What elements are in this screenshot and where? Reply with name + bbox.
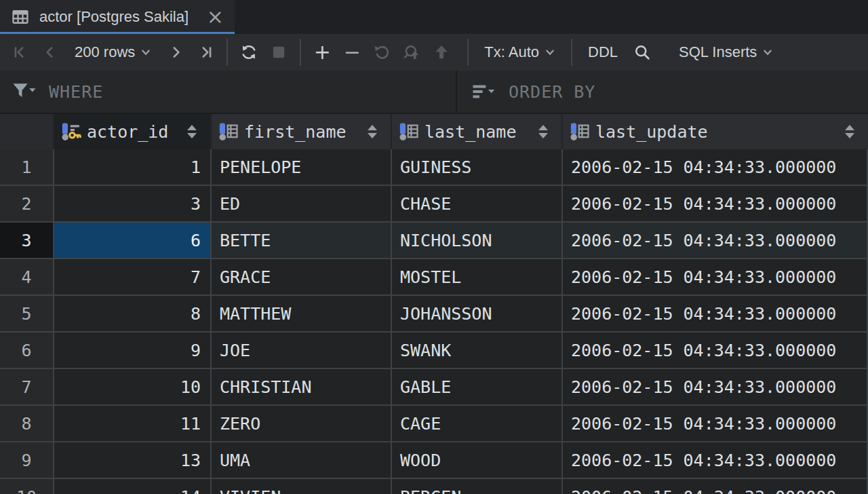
cell-last_update[interactable]: 2006-02-15 04:34:33.000000 bbox=[563, 479, 868, 494]
cell-last_update[interactable]: 2006-02-15 04:34:33.000000 bbox=[563, 186, 868, 223]
chevron-down-icon bbox=[762, 47, 773, 58]
column-name: actor_id bbox=[87, 122, 168, 142]
row-number[interactable]: 3 bbox=[0, 223, 54, 259]
sort-toggle-icon[interactable] bbox=[538, 125, 548, 138]
table-row: 58MATTHEWJOHANSSON2006-02-15 04:34:33.00… bbox=[0, 296, 868, 332]
cell-actor_id[interactable]: 6 bbox=[54, 223, 212, 259]
cell-last_name[interactable]: SWANK bbox=[392, 332, 563, 369]
row-number[interactable]: 9 bbox=[0, 442, 54, 479]
page-size-selector[interactable]: 200 rows bbox=[65, 37, 161, 67]
cell-actor_id[interactable]: 11 bbox=[54, 406, 212, 442]
cell-actor_id[interactable]: 13 bbox=[54, 442, 212, 479]
table-row: 710CHRISTIANGABLE2006-02-15 04:34:33.000… bbox=[0, 369, 868, 406]
cell-first_name[interactable]: PENELOPE bbox=[212, 149, 392, 186]
cell-last_name[interactable]: BERGEN bbox=[392, 479, 563, 494]
cell-first_name[interactable]: MATTHEW bbox=[212, 296, 392, 332]
last-page-button[interactable] bbox=[191, 37, 220, 67]
row-number[interactable]: 1 bbox=[0, 149, 54, 186]
cell-last_update[interactable]: 2006-02-15 04:34:33.000000 bbox=[563, 296, 868, 332]
row-number[interactable]: 2 bbox=[0, 186, 54, 223]
tab-actor-table[interactable]: actor [Postgres Sakila] × bbox=[0, 0, 235, 34]
order-by-label: ORDER BY bbox=[509, 82, 595, 102]
cell-last_update[interactable]: 2006-02-15 04:34:33.000000 bbox=[563, 149, 868, 186]
export-format-selector[interactable]: SQL Inserts bbox=[669, 37, 783, 67]
cell-last_name[interactable]: MOSTEL bbox=[392, 259, 563, 296]
stop-query-button[interactable] bbox=[264, 37, 294, 67]
cell-last_name[interactable]: WOOD bbox=[392, 442, 563, 479]
row-number[interactable]: 10 bbox=[0, 479, 54, 494]
next-page-icon bbox=[167, 43, 184, 61]
cell-last_update[interactable]: 2006-02-15 04:34:33.000000 bbox=[563, 223, 868, 259]
cell-first_name[interactable]: BETTE bbox=[212, 223, 392, 259]
column-icon bbox=[218, 121, 239, 142]
cell-last_name[interactable]: NICHOLSON bbox=[392, 223, 563, 259]
primary-key-column-icon bbox=[61, 121, 81, 142]
cell-first_name[interactable]: GRACE bbox=[212, 259, 392, 296]
first-page-button[interactable] bbox=[5, 37, 35, 67]
toolbar-separator bbox=[467, 39, 469, 66]
row-number[interactable]: 5 bbox=[0, 296, 54, 332]
cell-last_update[interactable]: 2006-02-15 04:34:33.000000 bbox=[563, 406, 868, 442]
delete-row-icon: − bbox=[344, 42, 361, 62]
select-all-corner[interactable] bbox=[0, 114, 54, 149]
row-number[interactable]: 6 bbox=[0, 332, 54, 369]
cell-actor_id[interactable]: 7 bbox=[54, 259, 212, 296]
ddl-label: DDL bbox=[588, 43, 618, 61]
next-page-button[interactable] bbox=[161, 37, 191, 67]
cell-last_name[interactable]: GUINESS bbox=[392, 149, 563, 186]
stop-icon bbox=[269, 43, 288, 62]
cell-last_name[interactable]: GABLE bbox=[392, 369, 563, 406]
where-filter-input[interactable]: WHERE bbox=[0, 71, 457, 113]
cell-first_name[interactable]: CHRISTIAN bbox=[212, 369, 392, 406]
cell-first_name[interactable]: VIVIEN bbox=[212, 479, 392, 494]
cell-last_update[interactable]: 2006-02-15 04:34:33.000000 bbox=[563, 369, 868, 406]
revert-changes-button[interactable] bbox=[367, 37, 397, 67]
cell-first_name[interactable]: ZERO bbox=[212, 406, 392, 442]
cell-first_name[interactable]: ED bbox=[212, 186, 392, 223]
add-row-button[interactable]: + bbox=[307, 37, 337, 67]
column-name: first_name bbox=[244, 122, 347, 142]
cell-last_name[interactable]: CAGE bbox=[392, 406, 563, 442]
search-button[interactable] bbox=[627, 37, 657, 67]
column-icon bbox=[399, 121, 419, 142]
column-header-last-update[interactable]: last_update bbox=[563, 114, 868, 149]
cell-first_name[interactable]: UMA bbox=[212, 442, 392, 479]
column-header-last-name[interactable]: last_name bbox=[392, 114, 563, 149]
column-header-first-name[interactable]: first_name bbox=[212, 114, 392, 149]
add-row-icon: + bbox=[314, 42, 331, 62]
previous-page-button[interactable] bbox=[35, 37, 65, 67]
first-page-icon bbox=[12, 43, 29, 61]
grid-header-row: actor_id first_name bbox=[0, 114, 868, 149]
column-name: last_update bbox=[595, 122, 708, 142]
revert-icon bbox=[372, 43, 391, 62]
cell-last_name[interactable]: JOHANSSON bbox=[392, 296, 563, 332]
ddl-button[interactable]: DDL bbox=[578, 37, 627, 67]
column-header-actor-id[interactable]: actor_id bbox=[54, 114, 212, 149]
cell-actor_id[interactable]: 10 bbox=[54, 369, 212, 406]
delete-row-button[interactable]: − bbox=[337, 37, 367, 67]
cell-actor_id[interactable]: 8 bbox=[54, 296, 212, 332]
cell-actor_id[interactable]: 1 bbox=[54, 149, 212, 186]
sort-toggle-icon[interactable] bbox=[845, 125, 854, 138]
cell-last_update[interactable]: 2006-02-15 04:34:33.000000 bbox=[563, 332, 868, 369]
close-icon[interactable]: × bbox=[207, 7, 224, 27]
submit-changes-button[interactable] bbox=[427, 37, 456, 67]
cell-actor_id[interactable]: 3 bbox=[54, 186, 212, 223]
cell-actor_id[interactable]: 14 bbox=[54, 479, 212, 494]
table-row: 47GRACEMOSTEL2006-02-15 04:34:33.000000 bbox=[0, 259, 868, 296]
order-by-input[interactable]: ORDER BY bbox=[457, 71, 868, 113]
row-number[interactable]: 8 bbox=[0, 406, 54, 442]
cell-last_update[interactable]: 2006-02-15 04:34:33.000000 bbox=[563, 259, 868, 296]
cell-first_name[interactable]: JOE bbox=[212, 332, 392, 369]
cell-last_update[interactable]: 2006-02-15 04:34:33.000000 bbox=[563, 442, 868, 479]
preview-pending-changes-button[interactable] bbox=[397, 37, 427, 67]
sort-toggle-icon[interactable] bbox=[187, 125, 197, 138]
sort-toggle-icon[interactable] bbox=[368, 125, 377, 138]
cell-actor_id[interactable]: 9 bbox=[54, 332, 212, 369]
chevron-down-icon bbox=[545, 47, 555, 58]
transaction-mode-selector[interactable]: Tx: Auto bbox=[475, 37, 565, 67]
row-number[interactable]: 7 bbox=[0, 369, 54, 406]
cell-last_name[interactable]: CHASE bbox=[392, 186, 563, 223]
row-number[interactable]: 4 bbox=[0, 259, 54, 296]
reload-data-button[interactable] bbox=[234, 37, 264, 67]
